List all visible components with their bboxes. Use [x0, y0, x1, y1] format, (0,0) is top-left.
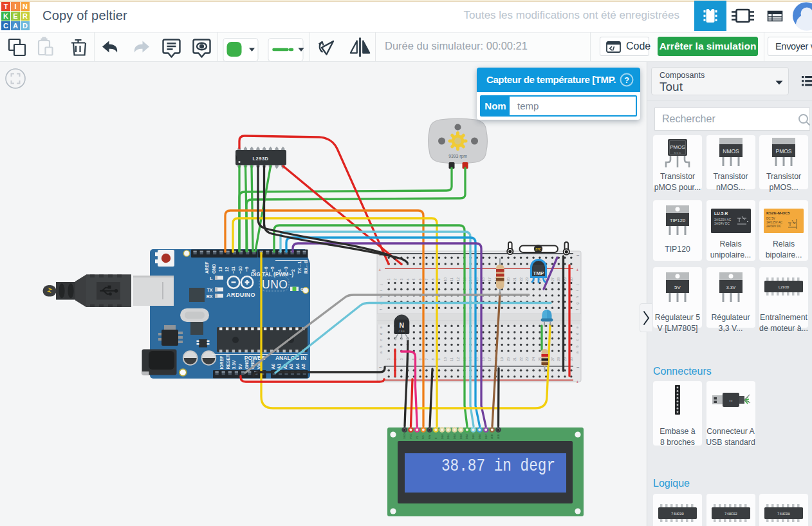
svg-text:A: A: [13, 22, 18, 30]
svg-text:3: 3: [400, 358, 403, 360]
svg-text:e: e: [379, 326, 383, 328]
svg-text:●●: ●●: [729, 399, 733, 402]
svg-text:3.3V: 3.3V: [726, 285, 735, 290]
svg-text:37C: 37C: [535, 247, 542, 251]
svg-text:5V: 5V: [674, 285, 681, 290]
svg-text:V0: V0: [416, 435, 419, 439]
svg-text:c: c: [575, 339, 579, 341]
svg-text:e: e: [575, 326, 579, 328]
svg-text:h: h: [575, 296, 579, 298]
svg-text:5V: 5V: [238, 364, 243, 370]
svg-text:10: 10: [443, 357, 447, 361]
svg-text:DC 5V: DC 5V: [766, 217, 775, 220]
svg-text:ARDUINO: ARDUINO: [226, 292, 255, 298]
svg-text:~10: ~10: [238, 266, 243, 274]
svg-text:h: h: [379, 296, 383, 298]
svg-text:DB7: DB7: [484, 433, 488, 439]
svg-text:C: C: [3, 22, 8, 30]
svg-text:E: E: [13, 12, 17, 20]
svg-text:IOREF: IOREF: [219, 356, 224, 370]
svg-text:6: 6: [418, 278, 422, 280]
svg-text:VCC: VCC: [409, 433, 412, 439]
svg-text:TIP120: TIP120: [670, 218, 685, 223]
svg-text:R: R: [23, 12, 28, 20]
svg-text:~9: ~9: [245, 267, 249, 272]
svg-text:23: 23: [525, 277, 529, 281]
svg-text:L293D: L293D: [779, 285, 789, 290]
svg-text:KS2E-M-DC5: KS2E-M-DC5: [766, 211, 790, 215]
svg-text:D: D: [23, 22, 28, 30]
svg-text:11: 11: [450, 357, 454, 361]
svg-text:i: i: [575, 290, 579, 291]
svg-text:d: d: [379, 333, 383, 335]
svg-text:12: 12: [456, 357, 460, 361]
svg-text:DB1: DB1: [447, 433, 450, 439]
svg-text:DB3: DB3: [459, 433, 463, 439]
svg-text:?: ?: [624, 76, 629, 85]
svg-text:38.87 in degr: 38.87 in degr: [441, 456, 555, 476]
svg-text:L: L: [210, 276, 213, 281]
svg-text:DB2: DB2: [453, 433, 456, 439]
svg-text:RW: RW: [428, 435, 431, 439]
svg-text:22: 22: [519, 277, 523, 281]
svg-text:AREF: AREF: [205, 261, 209, 274]
svg-text:3A/24V DC: 3A/24V DC: [714, 222, 730, 225]
svg-text:DB0: DB0: [441, 433, 444, 439]
svg-text:DB4: DB4: [465, 433, 468, 439]
svg-text:7: 7: [425, 278, 429, 280]
svg-text:N: N: [400, 321, 405, 329]
svg-text:NMOS: NMOS: [723, 148, 739, 155]
svg-text:j: j: [575, 284, 579, 285]
svg-text:3: 3: [400, 278, 403, 280]
svg-text:PMOS: PMOS: [670, 144, 685, 150]
svg-text:+: +: [576, 267, 579, 273]
svg-text:20: 20: [506, 277, 510, 281]
svg-text:RESET: RESET: [226, 354, 230, 370]
svg-text:21: 21: [513, 277, 517, 281]
svg-text:11: 11: [450, 277, 454, 281]
svg-text:RX←0: RX←0: [304, 261, 308, 274]
svg-text:ON: ON: [300, 287, 308, 292]
svg-text:1: 1: [387, 278, 391, 280]
svg-text:−: −: [577, 364, 580, 370]
svg-text:−: −: [379, 364, 382, 370]
svg-text:GND: GND: [212, 264, 216, 274]
svg-text:RS: RS: [421, 435, 425, 439]
svg-text:4: 4: [406, 278, 410, 280]
svg-text:17: 17: [488, 357, 492, 361]
svg-text:~11: ~11: [231, 267, 235, 274]
svg-text:TX→1: TX→1: [297, 261, 302, 274]
svg-text:20: 20: [506, 357, 510, 361]
svg-text:GND: GND: [403, 433, 406, 439]
svg-text:74HC08: 74HC08: [777, 512, 790, 516]
svg-text:A0: A0: [271, 364, 275, 370]
svg-text:3.3V: 3.3V: [232, 360, 236, 369]
svg-text:25: 25: [538, 357, 542, 361]
svg-text:27: 27: [551, 357, 555, 361]
svg-text:LED: LED: [497, 434, 500, 439]
svg-text:d: d: [575, 333, 579, 335]
svg-text:K: K: [3, 12, 8, 20]
svg-text:22: 22: [519, 357, 523, 361]
svg-text:g: g: [575, 303, 579, 305]
svg-text:8: 8: [431, 278, 435, 280]
svg-text:LED: LED: [490, 434, 494, 439]
svg-text:28: 28: [557, 357, 560, 361]
svg-text:i: i: [379, 290, 383, 291]
svg-text:6: 6: [418, 358, 422, 360]
svg-text:28: 28: [557, 277, 560, 281]
svg-text:1: 1: [387, 358, 391, 360]
svg-text:N: N: [23, 3, 28, 10]
svg-text:c: c: [379, 339, 383, 341]
svg-text:b: b: [575, 345, 579, 347]
svg-text:7: 7: [425, 358, 429, 360]
svg-text:UNO: UNO: [262, 278, 288, 291]
svg-text:5: 5: [412, 278, 416, 280]
svg-text:E: E: [434, 437, 438, 439]
svg-text:17: 17: [488, 277, 492, 281]
svg-text:PMOS: PMOS: [775, 148, 791, 155]
svg-text:8: 8: [431, 358, 435, 360]
svg-text:j: j: [379, 284, 383, 285]
svg-text:b: b: [379, 345, 383, 347]
svg-text:13: 13: [218, 267, 223, 272]
